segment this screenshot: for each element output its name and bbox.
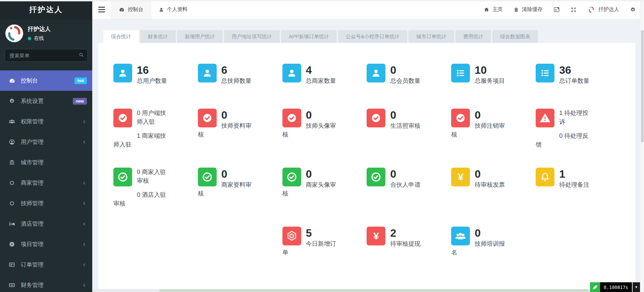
sidebar-item-system-settings[interactable]: 系统设置 new <box>0 91 92 111</box>
tab-finance-stats[interactable]: 财务统计 <box>140 30 176 43</box>
chevron-left-icon <box>82 201 87 206</box>
tab-address-stats[interactable]: 用户地址填写统计 <box>224 30 280 43</box>
stat-card-pending-remarks: 1 待处理备注 <box>536 168 593 208</box>
home-link[interactable]: 主页 <box>484 6 503 13</box>
chevron-left-icon <box>82 283 87 288</box>
tab-app-order-stats[interactable]: APP新增订单统计 <box>281 30 337 43</box>
tab-new-user-stats[interactable]: 新增用户统计 <box>177 30 223 43</box>
tab-summary-stats[interactable]: 综合统计 <box>103 30 139 43</box>
chevron-left-icon <box>82 180 87 186</box>
sidebar-item-label: 财务管理 <box>21 281 44 289</box>
sidebar-item-permissions[interactable]: 权限管理 <box>0 111 92 132</box>
stats-row: 16 总用户数量 6 总技师数量 4 总商家数量 0 总会员数量 10 <box>113 64 620 85</box>
check-ring-icon <box>198 168 217 186</box>
sidebar-item-label: 订单管理 <box>21 261 44 269</box>
money-icon <box>7 282 16 288</box>
main-content: 综合统计 财务统计 新增用户统计 用户地址填写统计 APP新增订单统计 公众号&… <box>92 19 644 292</box>
dashboard-icon <box>7 77 16 84</box>
users-group-icon <box>451 227 470 245</box>
horizontal-scrollbar[interactable] <box>92 289 640 292</box>
check-circle-icon <box>282 109 301 127</box>
sidebar-item-projects[interactable]: 项目管理 <box>0 234 92 254</box>
trace-logo-icon[interactable] <box>590 282 600 292</box>
stats-row: 0 商家入驻审核 0 酒店入驻审核 0 商家资料审核 0 商家头像审核 0 合伙… <box>113 168 620 208</box>
sidebar-item-orders[interactable]: 订单管理 <box>0 254 92 275</box>
stat-card-merchant-avatar-review: 0 商家头像审核 <box>282 168 340 208</box>
stat-card-withdrawal-review: ¥ 2 待审核提现 <box>367 227 424 257</box>
tab-fee-stats[interactable]: 费用统计 <box>455 30 491 43</box>
home-icon <box>484 7 489 12</box>
topbar: 控制台 个人资料 主页 清除缓存 扞护达人 <box>92 0 644 19</box>
sidebar-item-cities[interactable]: 城市管理 <box>0 152 92 173</box>
users-icon <box>7 118 16 125</box>
new-badge: new <box>73 98 87 105</box>
home-label: 主页 <box>492 6 503 13</box>
stat-line: 0 待处理反馈 <box>536 131 593 149</box>
caret-down-icon[interactable]: ▼ <box>633 282 640 292</box>
sidebar-item-label: 商家管理 <box>21 179 44 187</box>
sidebar-item-hotels[interactable]: 酒店管理 <box>0 214 92 234</box>
user-icon <box>198 64 217 82</box>
menu-search-input[interactable] <box>5 49 88 62</box>
vertical-scrollbar-thumb[interactable] <box>641 30 644 142</box>
check-circle-icon <box>113 109 132 127</box>
topbar-tab-label: 个人资料 <box>167 6 188 13</box>
check-circle-icon <box>367 109 385 127</box>
trace-time: 0.100817s <box>600 282 632 292</box>
circle-icon <box>7 200 16 206</box>
sidebar-item-label: 控制台 <box>21 77 38 84</box>
trash-icon <box>514 7 519 12</box>
sidebar-item-merchants[interactable]: 商家管理 <box>0 173 92 193</box>
yen-icon: ¥ <box>367 227 385 245</box>
sidebar-item-console[interactable]: 控制台 hot <box>0 70 92 91</box>
circle-icon <box>7 180 16 186</box>
fullscreen-button[interactable] <box>571 7 577 13</box>
stat-card-total-users: 16 总用户数量 <box>113 64 171 85</box>
avatar <box>5 24 23 42</box>
chevron-left-icon <box>82 119 87 124</box>
gears-icon <box>630 7 636 13</box>
tab-mp-order-stats[interactable]: 公众号&小程序订单统计 <box>338 30 407 43</box>
tab-city-order-stats[interactable]: 城市订单统计 <box>409 30 454 43</box>
stat-card-total-members: 0 总会员数量 <box>367 64 424 85</box>
language-switch-button[interactable] <box>553 6 560 13</box>
sidebar-item-label: 项目管理 <box>21 240 44 248</box>
hot-badge: hot <box>74 77 87 84</box>
clear-cache-button[interactable]: 清除缓存 <box>514 6 543 13</box>
sidebar: 扞护达人 扞护达人 在线 控制台 hot 系统设置 new 权限管理 <box>0 0 92 292</box>
user-icon <box>282 64 301 82</box>
project-icon <box>7 241 16 247</box>
expand-icon <box>571 7 577 13</box>
settings-button[interactable] <box>630 7 636 13</box>
user-circle-icon <box>7 139 16 145</box>
menu-toggle-icon[interactable] <box>92 0 111 19</box>
chevron-left-icon <box>82 242 87 247</box>
account-name: 扞护达人 <box>598 6 619 13</box>
account-menu[interactable]: 扞护达人 <box>587 6 619 14</box>
stat-card-today-new-orders: 5 今日新增订单 <box>282 227 340 257</box>
tab-data-charts[interactable]: 综合数据图表 <box>492 30 538 43</box>
stat-card-life-photo-review: 0 生活照审核 <box>367 109 424 149</box>
search-icon[interactable] <box>78 52 84 58</box>
sidebar-item-users[interactable]: 用户管理 <box>0 132 92 152</box>
stat-card-total-technicians: 6 总技师数量 <box>198 64 256 85</box>
sidebar-item-finance[interactable]: 财务管理 <box>0 275 92 292</box>
check-circle-icon <box>198 109 217 127</box>
bell-icon <box>536 168 554 186</box>
brand-title: 扞护达人 <box>0 0 92 19</box>
list-icon <box>536 64 554 82</box>
sidebar-item-technicians[interactable]: 技师管理 <box>0 193 92 214</box>
user-icon <box>367 64 385 82</box>
topbar-tab-profile[interactable]: 个人资料 <box>151 0 195 19</box>
stat-card-total-services: 10 总服务项目 <box>451 64 509 85</box>
profile-name: 扞护达人 <box>28 25 51 33</box>
stat-card-total-merchants: 4 总商家数量 <box>282 64 340 85</box>
topbar-tab-console[interactable]: 控制台 <box>111 0 151 19</box>
stat-card-invoice-review: ¥ 0 待审核发票 <box>451 168 509 208</box>
stats-row: 0 用户端技师入驻 1 商家端技师入驻 0 技师资料审核 0 技师头像审核 0 … <box>113 109 620 149</box>
horizontal-scrollbar-thumb[interactable] <box>159 289 589 292</box>
check-circle-icon <box>451 109 470 127</box>
chevron-left-icon <box>82 262 87 268</box>
stat-card-technician-profile-review: 0 技师资料审核 <box>198 109 256 149</box>
vertical-scrollbar[interactable] <box>640 0 644 292</box>
